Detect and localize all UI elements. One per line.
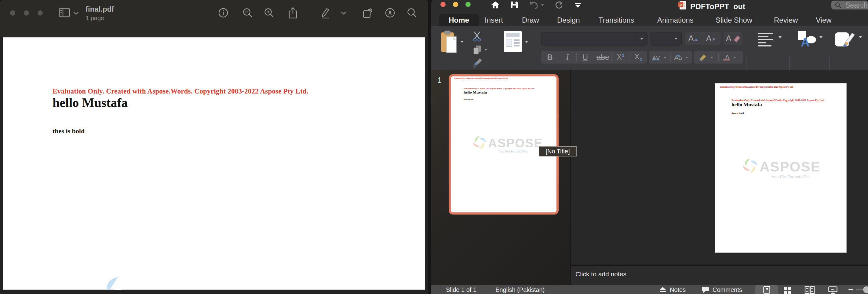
toolbar-options-icon[interactable] bbox=[574, 3, 582, 8]
search-icon bbox=[835, 2, 841, 8]
cut-icon[interactable] bbox=[472, 31, 482, 41]
font-style-group: B I U abe X2 X2 bbox=[541, 51, 647, 64]
notes-pane[interactable]: Click to add notes bbox=[571, 265, 868, 286]
ribbon-tab-bar: Home Insert Draw Design Transitions Anim… bbox=[431, 14, 868, 26]
info-icon[interactable] bbox=[218, 8, 228, 18]
tab-home[interactable]: Home bbox=[439, 14, 479, 26]
tab-draw[interactable]: Draw bbox=[522, 14, 539, 26]
aspose-logo-swirl bbox=[742, 157, 758, 174]
text-annotate-icon[interactable] bbox=[385, 8, 395, 18]
tab-transitions[interactable]: Transitions bbox=[599, 14, 634, 26]
font-size-adjust-group: A A bbox=[685, 32, 721, 45]
thumb-words-line: Evaluation Only. Created with Aspose.Wor… bbox=[464, 87, 534, 90]
drawing-dropdown-icon[interactable] bbox=[859, 36, 862, 38]
tab-animations[interactable]: Animations bbox=[657, 14, 693, 26]
slide-thumbnail[interactable]: Evaluation Only. Created with Aspose.PDF… bbox=[449, 74, 559, 214]
italic-button[interactable]: I bbox=[559, 53, 576, 61]
home-icon[interactable] bbox=[491, 1, 500, 9]
clear-formatting-button[interactable]: A bbox=[723, 32, 742, 45]
slide-words-line: Evaluation Only. Created with Aspose.Wor… bbox=[732, 99, 824, 102]
zoom-out-icon[interactable] bbox=[243, 8, 253, 18]
strikethrough-button[interactable]: abe bbox=[594, 53, 612, 62]
tab-view[interactable]: View bbox=[816, 14, 832, 26]
sidebar-toggle-icon[interactable] bbox=[59, 8, 71, 18]
pdf-page[interactable]: Evaluation Only. Created with Aspose.Wor… bbox=[3, 37, 425, 290]
slides-dropdown-icon[interactable] bbox=[525, 41, 528, 43]
slide-number: 1 bbox=[437, 76, 442, 85]
maximize-button[interactable] bbox=[465, 2, 471, 7]
character-spacing-button[interactable]: AV bbox=[649, 53, 671, 62]
eraser-icon bbox=[732, 34, 741, 43]
paragraph-icon[interactable] bbox=[757, 33, 775, 47]
paste-dropdown-icon[interactable] bbox=[460, 41, 464, 43]
slide-sorter-icon[interactable] bbox=[784, 287, 792, 294]
comments-icon[interactable] bbox=[702, 287, 709, 293]
font-color-button[interactable]: A bbox=[718, 53, 743, 62]
zoom-out-button[interactable] bbox=[848, 289, 853, 290]
change-case-button[interactable]: Aa bbox=[671, 53, 692, 62]
new-slide-icon[interactable] bbox=[504, 31, 522, 52]
save-icon[interactable] bbox=[510, 1, 519, 9]
font-name-combo[interactable] bbox=[541, 32, 648, 46]
copy-dropdown-icon[interactable] bbox=[484, 49, 488, 51]
tab-design[interactable]: Design bbox=[557, 14, 580, 26]
grow-font-button[interactable]: A bbox=[688, 34, 698, 43]
superscript-button[interactable]: X2 bbox=[612, 53, 629, 61]
maximize-button[interactable] bbox=[37, 10, 43, 16]
dropdown-icon bbox=[640, 37, 644, 40]
slide-heading: hello Mustafa bbox=[732, 102, 762, 108]
powerpoint-doc-icon: P bbox=[678, 1, 687, 10]
powerpoint-window: P PDFToPPT_out Search Home Insert Draw D… bbox=[431, 0, 868, 294]
paragraph-dropdown-icon[interactable] bbox=[778, 36, 782, 38]
undo-dropdown-icon[interactable] bbox=[540, 4, 544, 6]
search-icon[interactable] bbox=[407, 8, 417, 18]
paste-icon[interactable] bbox=[440, 31, 457, 53]
status-bar: Slide 1 of 1 English (Pakistan) Notes Co… bbox=[431, 285, 868, 294]
normal-view-button[interactable] bbox=[755, 285, 778, 294]
zoom-slider-knob[interactable] bbox=[863, 286, 868, 293]
slide-canvas[interactable]: Evaluation Only. Created with Aspose.PDF… bbox=[715, 83, 847, 253]
toolbar-divider bbox=[336, 8, 336, 18]
reading-view-icon[interactable] bbox=[804, 286, 815, 294]
zoom-in-icon[interactable] bbox=[264, 8, 274, 18]
shrink-font-button[interactable]: A bbox=[706, 34, 716, 43]
format-painter-icon[interactable] bbox=[471, 58, 482, 68]
tab-insert[interactable]: Insert bbox=[485, 14, 503, 26]
language-indicator[interactable]: English (Pakistan) bbox=[495, 286, 545, 293]
close-button[interactable] bbox=[440, 2, 445, 7]
undo-icon[interactable] bbox=[529, 1, 538, 9]
slide-show-icon[interactable] bbox=[828, 286, 837, 294]
highlight-button[interactable] bbox=[694, 53, 718, 61]
markup-chevron-icon[interactable] bbox=[341, 11, 346, 15]
window-title: final.pdf bbox=[86, 5, 114, 13]
dropdown-icon bbox=[674, 37, 678, 40]
minimize-button[interactable] bbox=[453, 2, 458, 7]
tab-slide-show[interactable]: Slide Show bbox=[716, 14, 752, 26]
markup-pencil-icon[interactable] bbox=[319, 7, 331, 19]
close-button[interactable] bbox=[10, 10, 15, 16]
copy-icon[interactable] bbox=[473, 45, 481, 55]
notes-toggle-label[interactable]: Notes bbox=[670, 286, 686, 293]
subscript-button[interactable]: X2 bbox=[629, 52, 647, 62]
search-field[interactable]: Search bbox=[831, 1, 868, 9]
clear-formatting-letter: A bbox=[726, 34, 731, 43]
slide-pdf-line: Evaluation Only. Created with Aspose.PDF… bbox=[720, 86, 794, 88]
page-count: 1 page bbox=[86, 15, 104, 22]
insert-dropdown-icon[interactable] bbox=[819, 36, 823, 38]
share-icon[interactable] bbox=[288, 7, 298, 19]
minimize-button[interactable] bbox=[24, 10, 29, 16]
drawing-icon[interactable] bbox=[835, 31, 857, 48]
notes-toggle-icon[interactable] bbox=[659, 287, 666, 293]
redo-icon[interactable] bbox=[554, 1, 563, 9]
sidebar-chevron-icon[interactable] bbox=[73, 11, 79, 15]
bold-button[interactable]: B bbox=[541, 53, 559, 62]
rotate-icon[interactable] bbox=[362, 7, 374, 19]
aspose-logo-swirl bbox=[472, 135, 487, 150]
slide-title-tooltip: [No Title] bbox=[539, 146, 577, 156]
font-size-combo[interactable] bbox=[650, 32, 682, 46]
comments-label[interactable]: Comments bbox=[713, 286, 742, 293]
svg-text:P: P bbox=[680, 3, 682, 7]
underline-button[interactable]: U bbox=[576, 53, 594, 62]
insert-icon[interactable]: A bbox=[797, 31, 817, 48]
tab-review[interactable]: Review bbox=[774, 14, 798, 26]
